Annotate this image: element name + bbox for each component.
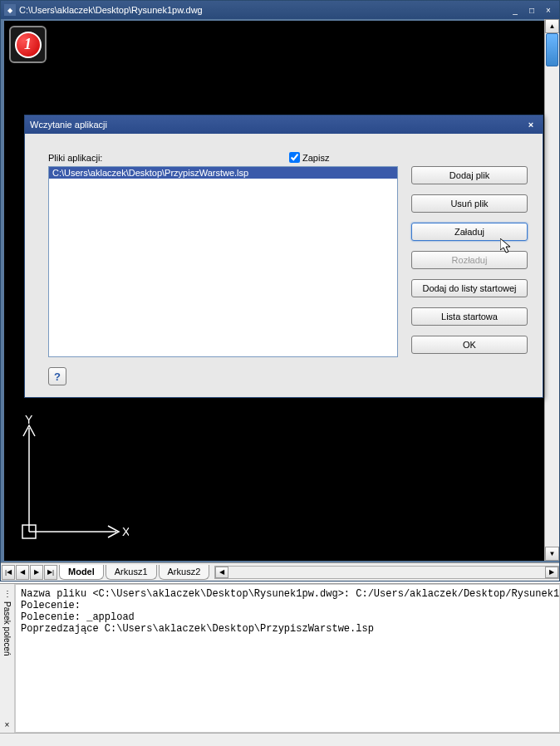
command-text[interactable]: Nazwa pliku <C:\Users\aklaczek\Desktop\R… [15,584,560,733]
layout-tabbar: |◀ ◀ ▶ ▶| Model Arkusz1 Arkusz2 ◀ ▶ [1,562,559,581]
tab-nav-first[interactable]: |◀ [2,565,15,580]
tab-model[interactable]: Model [59,565,104,580]
startup-list-button[interactable]: Lista startowa [411,307,528,326]
scroll-up-icon[interactable]: ▲ [545,19,559,33]
save-checkbox-label: Zapisz [302,153,329,163]
command-panel: ⋮ Pasek poleceń × Nazwa pliku <C:\Users\… [0,583,560,733]
dialog-body: Pliki aplikacji: Zapisz C:\Users\aklacze… [25,134,543,397]
add-file-button[interactable]: Dodaj plik [411,166,528,184]
list-item[interactable]: C:\Users\aklaczek\Desktop\PrzypiszWarstw… [49,167,397,179]
window-title: C:\Users\aklaczek\Desktop\Rysunek1pw.dwg [19,5,506,15]
dialog-titlebar[interactable]: Wczytanie aplikacji × [25,115,543,134]
tab-nav-next[interactable]: ▶ [30,565,43,580]
load-button[interactable]: Załaduj [411,223,528,241]
save-checkbox[interactable]: Zapisz [289,152,329,163]
grip-icon[interactable]: ⋮ [3,589,12,598]
hscroll-left-icon[interactable]: ◀ [215,567,228,578]
horizontal-scrollbar[interactable]: ◀ ▶ [214,566,559,579]
main-titlebar[interactable]: ◆ C:\Users\aklaczek\Desktop\Rysunek1pw.d… [1,1,559,19]
scroll-down-icon[interactable]: ▼ [545,547,559,561]
command-panel-sidebar[interactable]: ⋮ Pasek poleceń × [0,584,15,733]
main-window: ◆ C:\Users\aklaczek\Desktop\Rysunek1pw.d… [0,0,560,582]
close-button[interactable]: × [541,4,556,16]
dialog-title: Wczytanie aplikacji [30,120,524,130]
tab-arkusz2[interactable]: Arkusz2 [159,565,210,580]
status-bar [0,733,560,746]
help-button[interactable]: ? [48,367,66,385]
svg-text:X: X [122,525,129,538]
vertical-scrollbar[interactable]: ▲ ▼ [544,19,559,561]
appload-dialog: Wczytanie aplikacji × Pliki aplikacji: Z… [24,115,543,398]
hscroll-right-icon[interactable]: ▶ [545,567,558,578]
svg-text:Y: Y [25,415,33,426]
step-badge-number: 1 [15,32,42,58]
tab-arkusz1[interactable]: Arkusz1 [106,565,157,580]
scroll-thumb[interactable] [546,33,558,66]
command-panel-close[interactable]: × [5,720,10,729]
ucs-icon: Y X [21,415,129,548]
app-icon: ◆ [4,4,16,16]
tab-nav-last[interactable]: ▶| [44,565,57,580]
step-badge: 1 [9,26,47,63]
minimize-button[interactable]: _ [508,4,523,16]
maximize-button[interactable]: □ [524,4,539,16]
command-panel-label: Pasek poleceń [2,601,12,656]
save-checkbox-input[interactable] [289,152,300,163]
dialog-close-button[interactable]: × [524,119,538,130]
files-label: Pliki aplikacji: [48,153,289,163]
ok-button[interactable]: OK [411,336,528,354]
unload-button: Rozładuj [411,251,528,269]
files-listbox[interactable]: C:\Users\aklaczek\Desktop\PrzypiszWarstw… [48,166,398,357]
tab-nav-prev[interactable]: ◀ [16,565,29,580]
dialog-button-column: Dodaj plik Usuń plik Załaduj Rozładuj Do… [411,166,528,357]
add-startup-button[interactable]: Dodaj do listy startowej [411,279,528,297]
remove-file-button[interactable]: Usuń plik [411,194,528,213]
